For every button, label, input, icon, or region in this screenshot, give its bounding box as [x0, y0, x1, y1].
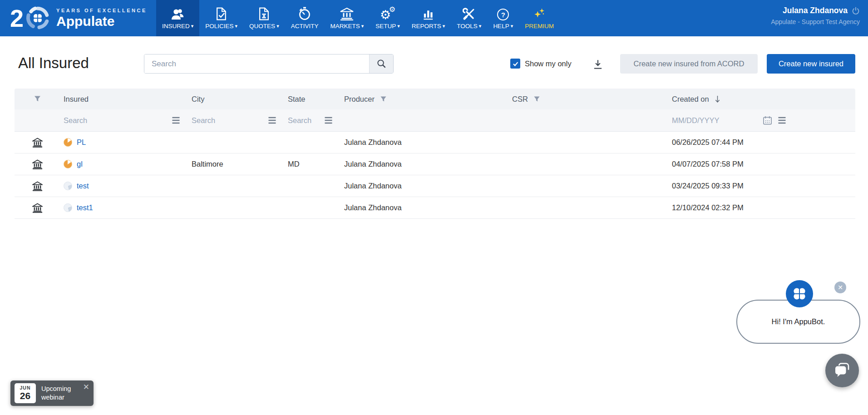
agency-name: Appulate - Support Test Agency	[771, 18, 860, 25]
table-row[interactable]: test1 Julana Zhdanova 12/10/2024 02:32 P…	[15, 197, 855, 219]
table-row[interactable]: gl Baltimore MD Julana Zhdanova 04/07/20…	[15, 153, 855, 175]
bank-icon[interactable]	[15, 159, 60, 169]
insured-search-input[interactable]	[64, 116, 140, 125]
bank-icon[interactable]	[15, 203, 60, 213]
nav-label-policies: POLICIES	[205, 23, 233, 30]
column-header-created-on[interactable]: Created on	[668, 95, 855, 104]
nav-item-policies[interactable]: POLICIES▾	[199, 0, 243, 36]
city-column-menu-icon[interactable]	[267, 116, 277, 124]
producer-cell: Julana Zhdanova	[340, 160, 508, 168]
search-icon	[376, 59, 387, 69]
city-filter-cell	[188, 109, 284, 131]
nav-item-markets[interactable]: MARKETS▾	[324, 0, 370, 36]
nav-label-quotes: QUOTES	[249, 23, 275, 30]
insured-link[interactable]: gl	[77, 160, 83, 168]
nav-label-premium: PREMIUM	[525, 23, 554, 30]
chat-widget-button[interactable]	[825, 354, 859, 387]
webinar-month: JUN	[20, 385, 30, 390]
chevron-down-icon: ▾	[443, 24, 445, 29]
markets-bank-icon	[340, 7, 354, 20]
progress-pie-icon	[64, 160, 72, 168]
help-question-icon: ?	[497, 7, 509, 20]
webinar-date-badge: JUN 26	[15, 383, 36, 403]
chevron-down-icon: ▾	[479, 24, 482, 29]
export-download-button[interactable]	[591, 58, 605, 71]
nav-item-help[interactable]: ? HELP▾	[487, 0, 519, 36]
webinar-close-button[interactable]: ✕	[83, 382, 89, 392]
user-account-area: Julana Zhdanova Appulate - Support Test …	[771, 6, 860, 25]
calendar-icon[interactable]	[763, 115, 772, 125]
show-my-only-control: Show my only	[510, 59, 572, 69]
logo-anniversary-number: 2	[10, 6, 23, 30]
city-cell: Baltimore	[188, 160, 284, 168]
nav-item-reports[interactable]: REPORTS▾	[406, 0, 451, 36]
nav-label-tools: TOOLS	[457, 23, 478, 30]
created-on-cell: 03/24/2025 09:33 PM	[668, 182, 855, 190]
column-header-csr[interactable]: CSR	[508, 95, 668, 104]
chevron-down-icon: ▾	[235, 24, 238, 29]
state-cell: MD	[284, 160, 340, 168]
created-column-menu-icon[interactable]	[777, 116, 787, 124]
nav-item-tools[interactable]: TOOLS▾	[451, 0, 487, 36]
created-on-cell: 06/26/2025 07:44 PM	[668, 138, 855, 147]
logout-power-icon[interactable]	[852, 6, 860, 15]
user-name[interactable]: Julana Zhdanova	[783, 6, 848, 15]
column-header-insured[interactable]: Insured	[60, 95, 188, 104]
show-my-only-checkbox[interactable]	[510, 59, 520, 69]
chevron-down-icon: ▾	[397, 24, 400, 29]
bank-icon[interactable]	[15, 138, 60, 148]
create-new-insured-button[interactable]: Create new insured	[767, 54, 855, 74]
state-column-menu-icon[interactable]	[324, 116, 333, 124]
nav-item-quotes[interactable]: QUOTES▾	[243, 0, 285, 36]
table-filter-button[interactable]	[15, 95, 60, 103]
activity-stopwatch-icon	[298, 7, 311, 20]
nav-label-markets: MARKETS	[330, 23, 360, 30]
upcoming-webinar-toast[interactable]: JUN 26 Upcoming webinar ✕	[10, 380, 94, 406]
bank-icon[interactable]	[15, 181, 60, 191]
nav-item-insured[interactable]: INSURED▾	[156, 0, 199, 36]
nav-item-activity[interactable]: ACTIVITY	[285, 0, 325, 36]
chevron-down-icon: ▾	[191, 24, 194, 29]
download-icon	[592, 59, 604, 70]
show-my-only-label[interactable]: Show my only	[525, 59, 572, 68]
progress-pie-icon	[64, 138, 72, 147]
city-search-input[interactable]	[192, 116, 247, 125]
table-row[interactable]: PL Julana Zhdanova 06/26/2025 07:44 PM	[15, 132, 855, 153]
search-input[interactable]	[144, 54, 369, 73]
producer-cell: Julana Zhdanova	[340, 182, 508, 190]
producer-cell: Julana Zhdanova	[340, 203, 508, 212]
setup-gears-icon: ⚙⚙	[380, 7, 395, 20]
insured-filter-cell	[60, 109, 188, 131]
progress-pie-icon	[64, 182, 72, 190]
sort-descending-icon	[715, 95, 720, 103]
appubot-close-button[interactable]: ✕	[834, 282, 846, 293]
chevron-down-icon: ▾	[276, 24, 279, 29]
create-from-acord-button[interactable]: Create new insured from ACORD	[620, 54, 758, 74]
tools-wrench-screwdriver-icon	[463, 7, 475, 20]
column-header-producer[interactable]: Producer	[340, 95, 508, 104]
appubot-avatar[interactable]	[786, 280, 813, 307]
producer-filter-icon[interactable]	[380, 96, 387, 103]
nav-label-activity: ACTIVITY	[291, 23, 319, 30]
nav-item-setup[interactable]: ⚙⚙ SETUP▾	[370, 0, 406, 36]
insured-table: Insured City State Producer CSR Created …	[15, 89, 855, 219]
nav-item-premium[interactable]: PREMIUM	[519, 0, 560, 36]
column-header-state[interactable]: State	[284, 95, 340, 104]
created-on-cell: 12/10/2024 02:32 PM	[668, 203, 855, 212]
nav-label-reports: REPORTS	[412, 23, 441, 30]
nav-label-help: HELP	[493, 23, 509, 30]
csr-filter-icon[interactable]	[533, 96, 540, 103]
created-date-input[interactable]	[672, 116, 763, 125]
appulate-logo[interactable]: 2 YEARS OF EXCELLENCE Appulate	[10, 0, 156, 36]
insured-link[interactable]: test1	[77, 203, 93, 212]
insured-link[interactable]: test	[77, 182, 89, 190]
table-header-row: Insured City State Producer CSR Created …	[15, 89, 855, 109]
insured-column-menu-icon[interactable]	[171, 116, 181, 124]
insured-link[interactable]: PL	[77, 138, 86, 147]
column-header-city[interactable]: City	[188, 95, 284, 104]
progress-pie-icon	[64, 203, 72, 212]
search-button[interactable]	[369, 54, 393, 73]
state-search-input[interactable]	[288, 116, 317, 125]
table-row[interactable]: test Julana Zhdanova 03/24/2025 09:33 PM	[15, 175, 855, 197]
insured-people-icon	[171, 7, 185, 20]
